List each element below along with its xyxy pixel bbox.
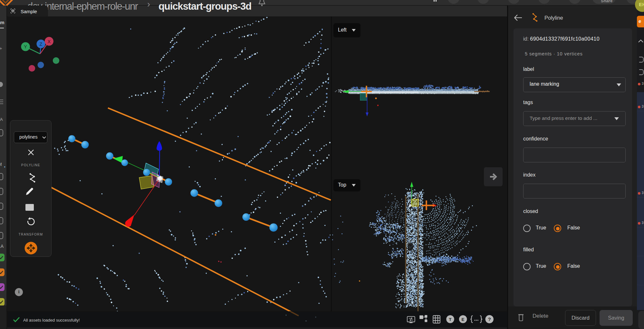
svg-text:+: + bbox=[0, 45, 2, 51]
svg-text:E: E bbox=[462, 317, 465, 322]
svg-text:T: T bbox=[449, 317, 452, 322]
svg-text:Z: Z bbox=[40, 42, 43, 47]
svg-text:M: M bbox=[0, 162, 2, 167]
svg-text:LA: LA bbox=[0, 244, 4, 249]
svg-text:am: am bbox=[0, 20, 5, 25]
svg-text:Y: Y bbox=[24, 44, 27, 49]
svg-text:Share: Share bbox=[601, 0, 612, 3]
svg-text:TA: TA bbox=[0, 117, 3, 122]
svg-text:X: X bbox=[47, 39, 51, 44]
svg-text:?: ? bbox=[488, 316, 491, 322]
